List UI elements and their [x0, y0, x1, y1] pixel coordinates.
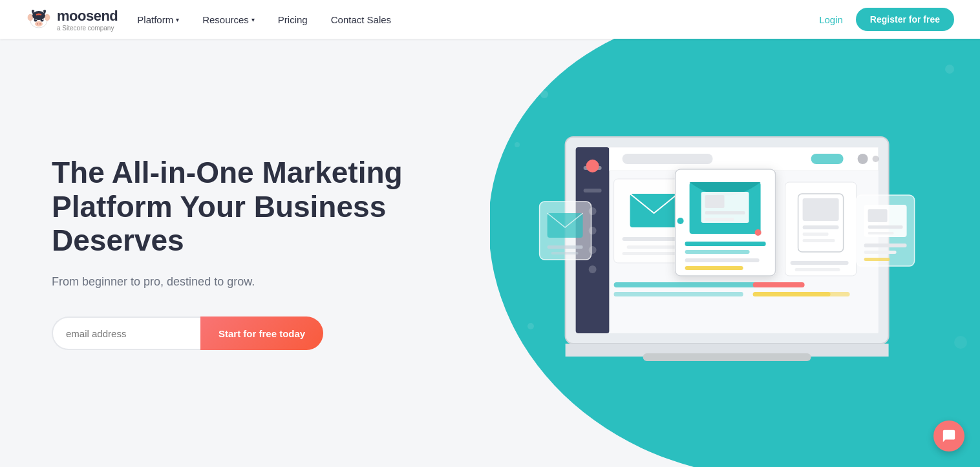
svg-rect-42 [685, 242, 766, 246]
start-free-button[interactable]: Start for free today [200, 317, 323, 350]
nav-resources[interactable]: Resources ▾ [202, 14, 255, 25]
svg-rect-26 [811, 154, 844, 164]
svg-point-7 [36, 19, 37, 21]
svg-rect-37 [705, 195, 725, 208]
svg-rect-33 [623, 252, 681, 255]
svg-point-28 [873, 156, 879, 162]
svg-point-40 [755, 229, 762, 236]
nav-platform[interactable]: Platform ▾ [137, 14, 179, 25]
hero-right [490, 39, 980, 467]
chat-icon [942, 429, 956, 443]
svg-point-12 [38, 14, 40, 16]
svg-rect-56 [753, 282, 805, 287]
svg-point-21 [589, 265, 597, 273]
svg-point-4 [32, 11, 45, 20]
svg-point-9 [35, 21, 43, 26]
svg-rect-63 [548, 245, 583, 249]
brand-tagline: a Sitecore company [57, 25, 118, 32]
decorative-dot [945, 65, 954, 74]
svg-rect-68 [868, 225, 903, 229]
svg-point-10 [37, 23, 38, 25]
hero-title: The All-in-One Marketing Platform Your B… [52, 156, 438, 258]
svg-point-22 [586, 160, 599, 172]
svg-rect-44 [685, 258, 760, 262]
svg-point-5 [34, 19, 37, 22]
svg-point-8 [42, 19, 43, 21]
hero-subtitle: From beginner to pro, destined to grow. [52, 273, 438, 291]
hero-cta: Start for free today [52, 317, 438, 350]
svg-rect-71 [864, 251, 897, 254]
chat-button[interactable] [933, 420, 964, 451]
decorative-dot [954, 336, 967, 349]
svg-rect-38 [705, 211, 745, 214]
svg-point-6 [41, 19, 44, 22]
nav-links: Platform ▾ Resources ▾ Pricing Contact S… [137, 14, 391, 25]
laptop-illustration [527, 98, 928, 408]
register-button[interactable]: Register for free [856, 8, 954, 31]
svg-rect-52 [791, 261, 849, 265]
svg-rect-55 [614, 292, 743, 296]
brand-name: moosend [57, 8, 118, 25]
svg-rect-48 [803, 198, 839, 221]
svg-rect-17 [584, 189, 602, 192]
navbar: moosend a Sitecore company Platform ▾ Re… [0, 0, 980, 39]
svg-point-41 [677, 218, 684, 224]
svg-rect-49 [803, 225, 839, 229]
nav-contact-sales[interactable]: Contact Sales [331, 14, 391, 25]
svg-point-11 [39, 23, 41, 25]
decorative-dot [540, 90, 548, 98]
svg-rect-32 [627, 245, 679, 249]
svg-rect-50 [803, 233, 829, 236]
svg-rect-43 [685, 250, 750, 254]
logo-icon [26, 6, 52, 32]
svg-rect-51 [803, 239, 835, 242]
chevron-down-icon: ▾ [176, 16, 179, 23]
nav-pricing[interactable]: Pricing [278, 14, 308, 25]
nav-right: Login Register for free [819, 8, 954, 31]
svg-point-3 [45, 14, 50, 21]
svg-rect-25 [623, 154, 713, 164]
svg-rect-39 [705, 218, 734, 221]
svg-rect-69 [868, 232, 894, 234]
svg-rect-58 [811, 292, 850, 296]
svg-rect-64 [551, 252, 579, 254]
logo[interactable]: moosend a Sitecore company [26, 6, 118, 32]
svg-rect-60 [643, 353, 811, 361]
svg-rect-53 [795, 268, 840, 271]
login-link[interactable]: Login [819, 14, 843, 25]
svg-rect-45 [685, 266, 743, 270]
svg-point-27 [858, 154, 868, 164]
email-input[interactable] [52, 317, 200, 350]
svg-rect-70 [864, 244, 907, 247]
svg-point-2 [28, 14, 33, 21]
chevron-down-icon: ▾ [251, 16, 255, 23]
decorative-dot [515, 142, 520, 147]
hero-section: The All-in-One Marketing Platform Your B… [0, 39, 980, 467]
svg-rect-67 [868, 209, 888, 222]
hero-left: The All-in-One Marketing Platform Your B… [0, 117, 490, 389]
svg-rect-72 [864, 258, 890, 261]
